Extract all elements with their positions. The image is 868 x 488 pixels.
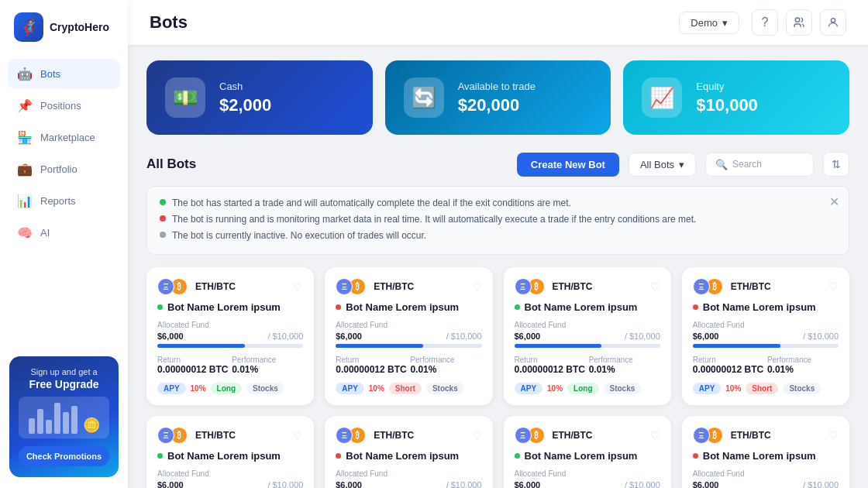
sidebar-item-portfolio[interactable]: 💼Portfolio [8,154,120,184]
status-dot [157,304,163,310]
page-title: Bots [150,12,666,33]
allocated-total: / $10,000 [625,332,660,341]
direction-tag: Long [211,383,242,394]
apy-tag: APY [515,383,543,394]
return-value: 0.00000012 BTC [693,364,764,375]
favorite-icon[interactable]: ♡ [828,429,839,442]
bots-icon: 🤖 [17,67,33,81]
allocated-total: / $10,000 [803,480,839,488]
perf-label: Performance [767,356,839,364]
bot-name: Bot Name Lorem ipsum [167,450,281,462]
perf-label: Performance [232,356,303,364]
sidebar-nav: 🤖Bots📌Positions🏪Marketplace💼Portfolio📊Re… [0,53,128,349]
favorite-icon[interactable]: ♡ [828,280,839,293]
bot-card: Ξ ₿ ETH/BTC ♡ Bot Name Lorem ipsum Alloc… [325,267,492,405]
stats-row: 💵 Cash $2,000 🔄 Available to trade $20,0… [146,60,849,135]
allocated-value: $6,000 [515,332,541,341]
demo-dropdown[interactable]: Demo ▾ [679,12,739,34]
sidebar-item-reports[interactable]: 📊Reports [8,186,120,216]
bot-name: Bot Name Lorem ipsum [525,301,638,313]
positions-icon: 📌 [17,98,33,113]
allocated-value: $6,000 [336,480,362,488]
users-icon-button[interactable] [786,9,812,36]
sidebar-item-marketplace[interactable]: 🏪Marketplace [8,122,120,153]
stat-value-equity: $10,000 [696,95,758,115]
sidebar-item-label: Reports [40,195,76,207]
category-tag: Stocks [604,383,642,394]
apy-value: 10% [725,384,741,393]
bot-name: Bot Name Lorem ipsum [346,301,459,313]
search-icon: 🔍 [715,159,728,170]
eth-icon: Ξ [157,278,174,295]
info-banner-close[interactable]: ✕ [829,194,839,209]
allocated-total: / $10,000 [446,332,482,341]
info-dot [160,199,166,205]
allocated-total: / $10,000 [267,480,303,488]
sort-button[interactable]: ⇅ [823,152,849,177]
favorite-icon[interactable]: ♡ [472,429,482,442]
eth-icon: Ξ [157,427,174,444]
perf-value: 0.01% [767,364,839,375]
bot-pair: ETH/BTC [374,281,414,292]
sidebar-item-ai[interactable]: 🧠AI [8,218,120,248]
search-box[interactable]: 🔍 Search [705,153,814,177]
perf-value: 0.01% [589,364,660,375]
create-new-bot-button[interactable]: Create New Bot [517,153,619,177]
help-icon-button[interactable]: ? [752,9,778,36]
main-header: Bots Demo ▾ ? [128,0,868,45]
bot-name: Bot Name Lorem ipsum [167,301,281,313]
info-row: The bot is running and is monitoring mar… [160,212,836,226]
return-label: Return [157,356,229,364]
promo-bar [63,412,69,434]
stat-label-equity: Equity [696,81,758,92]
allocated-label: Allocated Fund [515,321,660,329]
sidebar-item-positions[interactable]: 📌Positions [8,91,120,121]
bot-pair: ETH/BTC [731,281,771,292]
info-row: The bot is currently inactive. No execut… [160,229,836,242]
promo-bar [71,406,78,434]
coin-icons: Ξ ₿ [693,278,723,295]
all-bots-filter-dropdown[interactable]: All Bots ▾ [629,153,696,177]
apy-value: 10% [191,384,206,393]
status-dot [157,453,163,459]
bot-pair: ETH/BTC [195,430,236,441]
profile-icon-button[interactable] [820,9,846,36]
bot-pair: ETH/BTC [731,430,771,441]
favorite-icon[interactable]: ♡ [650,280,660,293]
bots-grid: Ξ ₿ ETH/BTC ♡ Bot Name Lorem ipsum Alloc… [146,267,849,488]
allocated-total: / $10,000 [446,480,482,488]
check-promotions-button[interactable]: Check Promotions [19,446,109,466]
svg-point-0 [795,18,799,22]
stat-card-trade: 🔄 Available to trade $20,000 [385,60,611,135]
sidebar-item-bots[interactable]: 🤖Bots [8,59,120,89]
favorite-icon[interactable]: ♡ [293,280,303,293]
return-label: Return [515,356,586,364]
perf-label: Performance [589,356,660,364]
status-dot [336,453,341,459]
bots-section-header: All Bots Create New Bot All Bots ▾ 🔍 Sea… [146,152,849,177]
bot-pair: ETH/BTC [553,281,593,292]
bot-card: Ξ ₿ ETH/BTC ♡ Bot Name Lorem ipsum Alloc… [325,416,492,488]
sidebar-item-label: Portfolio [40,163,78,175]
progress-bar [515,344,660,348]
favorite-icon[interactable]: ♡ [293,429,303,442]
direction-tag: Short [389,383,422,394]
promo-chart: 🪙 [19,397,109,438]
allocated-value: $6,000 [693,332,719,341]
header-icons: ? [752,9,846,36]
sidebar-item-label: AI [40,227,50,239]
logo: 🦸 CryptoHero [0,0,128,53]
bot-pair: ETH/BTC [553,430,593,441]
stat-label-trade: Available to trade [458,81,536,92]
apy-tag: APY [157,383,186,394]
return-value: 0.00000012 BTC [157,364,229,375]
sidebar-promo: Sign up and get a Free Upgrade 🪙 Check P… [9,356,119,477]
progress-fill [515,344,602,348]
perf-label: Performance [410,356,481,364]
return-label: Return [693,356,764,364]
trade-icon: 🔄 [404,77,444,118]
favorite-icon[interactable]: ♡ [472,280,482,293]
favorite-icon[interactable]: ♡ [650,429,660,442]
status-dot [693,453,698,459]
direction-tag: Short [746,383,778,394]
